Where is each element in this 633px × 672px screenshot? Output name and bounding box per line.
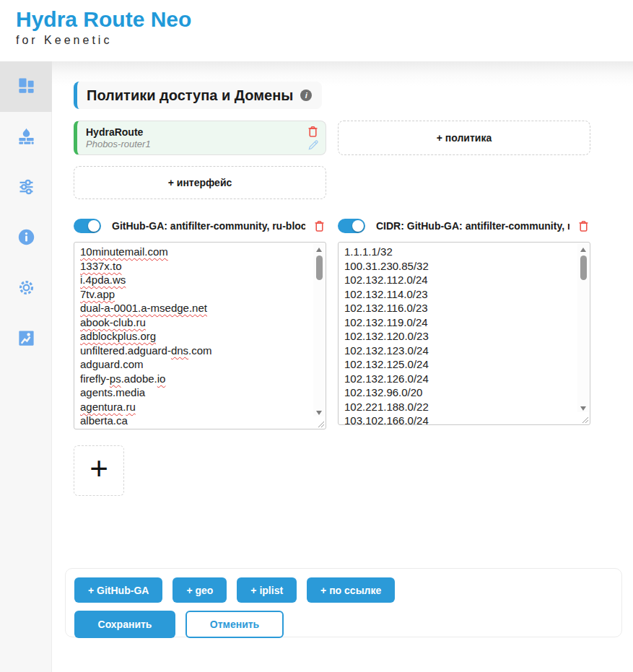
info-icon bbox=[17, 227, 36, 250]
add-interface-button[interactable]: + интерфейс bbox=[74, 166, 326, 199]
dashboard-grid-icon bbox=[17, 76, 36, 98]
app-subtitle: for Keenetic bbox=[16, 34, 633, 47]
cidr-list-label: CIDR: GitHub-GA: antifilter-community, r… bbox=[376, 220, 569, 232]
scroll-down-icon[interactable] bbox=[316, 411, 322, 415]
scrollbar-thumb[interactable] bbox=[580, 256, 587, 280]
trash-icon bbox=[577, 224, 590, 235]
add-source-button[interactable]: + GitHub-GA bbox=[74, 577, 162, 603]
edit-policy-button[interactable] bbox=[307, 139, 320, 152]
scroll-down-icon[interactable] bbox=[580, 406, 586, 411]
cidr-list-header: CIDR: GitHub-GA: antifilter-community, r… bbox=[338, 217, 590, 235]
policy-router: Phobos-router1 bbox=[86, 139, 306, 149]
exit-icon bbox=[17, 328, 36, 351]
actions-footer: + GitHub-GA+ geo+ iplist+ по ссылке Сохр… bbox=[65, 568, 622, 637]
sidebar-item-dashboard[interactable] bbox=[0, 61, 52, 112]
scrollbar[interactable] bbox=[577, 243, 589, 412]
app-header: Hydra Route Neo for Keenetic bbox=[0, 0, 633, 61]
pencil-icon bbox=[307, 143, 320, 154]
scrollbar-thumb[interactable] bbox=[316, 256, 323, 280]
domain-list-header: GitHub-GA: antifilter-community, ru-bloc… bbox=[74, 217, 326, 235]
scroll-up-icon[interactable] bbox=[580, 248, 586, 252]
gear-icon bbox=[17, 278, 36, 300]
delete-domain-list-button[interactable] bbox=[313, 219, 326, 233]
add-list-button[interactable]: + bbox=[74, 445, 124, 496]
source-buttons-row: + GitHub-GA+ geo+ iplist+ по ссылке bbox=[74, 577, 613, 603]
firewall-icon bbox=[17, 126, 36, 149]
add-policy-button[interactable]: + политика bbox=[338, 121, 590, 155]
main-panel: Политики доступа и Домены i HydraRoute P… bbox=[52, 61, 633, 672]
sidebar-item-firewall[interactable] bbox=[0, 112, 52, 162]
resize-grip-icon[interactable] bbox=[581, 416, 589, 424]
cidr-list-toggle[interactable] bbox=[338, 219, 365, 233]
cidr-list-textarea[interactable]: 1.1.1.1/32100.31.230.85/32102.132.112.0/… bbox=[338, 242, 590, 425]
sidebar-item-info[interactable] bbox=[0, 213, 52, 263]
sliders-icon bbox=[17, 177, 36, 199]
sidebar-item-settings[interactable] bbox=[0, 263, 52, 314]
add-source-button[interactable]: + geo bbox=[173, 577, 227, 603]
scroll-up-icon[interactable] bbox=[316, 248, 322, 252]
sidebar-item-sliders[interactable] bbox=[0, 162, 52, 213]
add-source-button[interactable]: + по ссылке bbox=[307, 577, 395, 603]
scrollbar[interactable] bbox=[313, 243, 325, 416]
page-title: Политики доступа и Домены bbox=[87, 87, 293, 104]
app-title: Hydra Route Neo bbox=[16, 7, 633, 32]
delete-policy-button[interactable] bbox=[306, 125, 320, 139]
page-title-bar: Политики доступа и Домены i bbox=[74, 82, 322, 109]
policy-card[interactable]: HydraRoute Phobos-router1 bbox=[74, 121, 326, 155]
policy-name: HydraRoute bbox=[86, 126, 306, 138]
add-source-button[interactable]: + iplist bbox=[237, 577, 297, 603]
sidebar-item-exit[interactable] bbox=[0, 314, 52, 365]
cancel-button[interactable]: Отменить bbox=[185, 611, 284, 638]
resize-grip-icon[interactable] bbox=[317, 420, 325, 428]
domain-list-label: GitHub-GA: antifilter-community, ru-bloc… bbox=[112, 220, 305, 232]
delete-cidr-list-button[interactable] bbox=[577, 219, 590, 233]
app-window: Hydra Route Neo for Keenetic bbox=[0, 0, 633, 672]
domain-list-textarea[interactable]: 10minutemail.com1337x.toi.4pda.ws7tv.app… bbox=[74, 242, 326, 429]
sidebar bbox=[0, 61, 52, 672]
save-button[interactable]: Сохранить bbox=[74, 611, 175, 638]
page-info-icon[interactable]: i bbox=[300, 90, 312, 101]
domain-list-toggle[interactable] bbox=[74, 219, 101, 233]
trash-icon bbox=[313, 224, 326, 235]
